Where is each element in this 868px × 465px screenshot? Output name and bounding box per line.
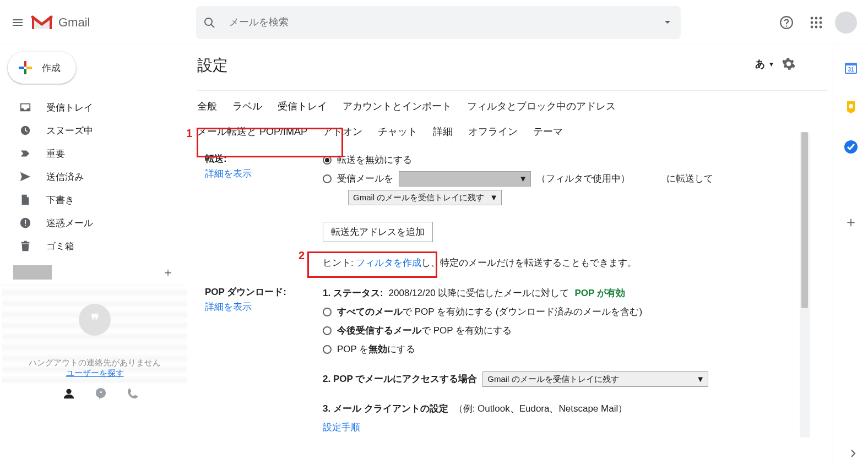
tab-inbox[interactable]: 受信トレイ bbox=[278, 100, 327, 113]
hangouts-empty-text: ハングアウトの連絡先がありません bbox=[29, 358, 161, 368]
annotation-label-1: 1 bbox=[187, 127, 192, 140]
forward-suffix-text: に転送して bbox=[666, 171, 713, 187]
forward-mid-text: （フィルタで使用中） bbox=[536, 171, 630, 187]
gear-icon bbox=[782, 57, 796, 71]
svg-point-7 bbox=[820, 21, 822, 24]
tab-accounts-import[interactable]: アカウントとインポート bbox=[343, 100, 452, 113]
plus-icon bbox=[18, 60, 33, 75]
draft-icon bbox=[19, 193, 32, 206]
svg-rect-13 bbox=[19, 67, 24, 69]
vertical-scrollbar[interactable] bbox=[800, 132, 810, 437]
radio-pop-disable[interactable] bbox=[323, 345, 332, 354]
settings-gear-button[interactable] bbox=[778, 53, 800, 75]
clock-icon bbox=[19, 124, 32, 137]
hangouts-user-placeholder bbox=[13, 265, 52, 280]
svg-rect-11 bbox=[24, 61, 26, 67]
keep-addon-button[interactable] bbox=[844, 100, 858, 114]
sent-icon bbox=[19, 170, 32, 183]
get-addons-button[interactable]: ＋ bbox=[844, 212, 858, 232]
svg-rect-14 bbox=[26, 67, 32, 69]
forwarding-detail-link[interactable]: 詳細を表示 bbox=[205, 167, 310, 180]
svg-point-9 bbox=[815, 25, 818, 28]
search-icon bbox=[203, 16, 216, 29]
pop-detail-link[interactable]: 詳細を表示 bbox=[205, 300, 310, 313]
pop-status-label: 1. ステータス: bbox=[323, 286, 383, 301]
tab-advanced[interactable]: 詳細 bbox=[433, 125, 453, 138]
svg-point-0 bbox=[205, 18, 212, 25]
inbox-icon bbox=[19, 101, 32, 114]
sidebar-item-label: 重要 bbox=[46, 147, 65, 160]
create-filter-link[interactable]: フィルタを作成 bbox=[356, 258, 421, 268]
hangouts-new-button[interactable]: ＋ bbox=[162, 264, 174, 281]
radio-pop-all[interactable] bbox=[323, 308, 332, 316]
hangouts-header: ＋ bbox=[2, 261, 187, 284]
gmail-logo-icon bbox=[31, 14, 53, 31]
radio-enable-forwarding[interactable] bbox=[323, 174, 332, 183]
account-avatar[interactable] bbox=[835, 12, 857, 34]
svg-text:31: 31 bbox=[848, 67, 854, 73]
tab-forwarding-pop-imap[interactable]: メール転送と POP/IMAP bbox=[197, 125, 307, 138]
sidebar-item-sent[interactable]: 送信済み bbox=[0, 165, 187, 188]
svg-point-4 bbox=[820, 17, 822, 19]
forward-address-select[interactable]: ▼ bbox=[399, 171, 531, 187]
app-name: Gmail bbox=[58, 15, 90, 30]
hangouts-find-user-link[interactable]: ユーザーを探す bbox=[66, 368, 124, 379]
sidebar-item-spam[interactable]: 迷惑メール bbox=[0, 211, 187, 234]
svg-point-25 bbox=[849, 104, 853, 108]
svg-point-6 bbox=[815, 21, 818, 24]
pop-status-text: 2008/12/20 以降に受信したメールに対して bbox=[389, 286, 569, 301]
search-input[interactable] bbox=[229, 17, 664, 28]
tasks-addon-button[interactable] bbox=[844, 140, 858, 154]
sidebar-item-snoozed[interactable]: スヌーズ中 bbox=[0, 119, 187, 142]
tab-general[interactable]: 全般 bbox=[197, 100, 217, 113]
forward-prefix-text: 受信メールを bbox=[337, 171, 393, 187]
forward-action-select[interactable]: Gmail のメールを受信トレイに残す▼ bbox=[348, 190, 502, 205]
pop-access-select[interactable]: Gmail のメールを受信トレイに残す▼ bbox=[482, 371, 708, 387]
search-bar[interactable] bbox=[196, 6, 681, 39]
calendar-addon-button[interactable]: 31 bbox=[844, 61, 858, 75]
pop-client-label: 3. メール クライアントの設定 bbox=[323, 401, 448, 417]
svg-point-3 bbox=[815, 17, 818, 19]
sidebar-item-trash[interactable]: ゴミ箱 bbox=[0, 234, 187, 258]
radio-pop-future[interactable] bbox=[323, 326, 332, 335]
sidebar-item-inbox[interactable]: 受信トレイ bbox=[0, 96, 187, 119]
spam-icon bbox=[19, 216, 32, 229]
svg-point-8 bbox=[811, 25, 813, 28]
sidebar-item-drafts[interactable]: 下書き bbox=[0, 188, 187, 211]
tab-labels[interactable]: ラベル bbox=[232, 100, 262, 113]
tab-chat[interactable]: チャット bbox=[378, 125, 417, 138]
hangouts-chat-tab[interactable]: ❞ bbox=[95, 387, 107, 400]
forwarding-hint: ヒント: フィルタを作成し、特定のメールだけを転送することもできます。 bbox=[323, 256, 794, 269]
tab-offline[interactable]: オフライン bbox=[468, 125, 518, 138]
compose-button[interactable]: 作成 bbox=[8, 52, 76, 84]
input-language-indicator[interactable]: あ bbox=[755, 57, 765, 70]
svg-text:❞: ❞ bbox=[100, 391, 102, 396]
pop-access-label: 2. POP でメールにアクセスする場合 bbox=[323, 371, 477, 387]
hangouts-contacts-tab[interactable] bbox=[63, 387, 75, 400]
hamburger-icon bbox=[11, 16, 24, 29]
svg-rect-12 bbox=[24, 69, 26, 74]
forwarding-section-label: 転送: bbox=[205, 152, 310, 165]
pop-status-badge: POP が有効 bbox=[574, 286, 625, 301]
sidebar-item-label: 下書き bbox=[46, 194, 74, 206]
svg-rect-18 bbox=[25, 225, 26, 226]
radio-disable-forwarding[interactable] bbox=[323, 156, 332, 165]
hangouts-phone-tab[interactable] bbox=[127, 387, 139, 400]
hangouts-quote-icon: ❞ bbox=[79, 304, 111, 336]
tab-filters-blocked[interactable]: フィルタとブロック中のアドレス bbox=[467, 100, 616, 113]
add-forwarding-address-button[interactable]: 転送先アドレスを追加 bbox=[323, 222, 433, 242]
side-panel-toggle[interactable] bbox=[848, 448, 858, 458]
support-button[interactable] bbox=[775, 12, 798, 34]
tab-addons[interactable]: アドオン bbox=[323, 125, 362, 138]
svg-point-19 bbox=[66, 389, 71, 394]
pop-section-label: POP ダウンロード: bbox=[205, 286, 310, 298]
pop-setup-instructions-link[interactable]: 設定手順 bbox=[323, 420, 360, 435]
compose-label: 作成 bbox=[42, 62, 61, 74]
search-options-caret-icon[interactable] bbox=[664, 19, 671, 26]
main-menu-button[interactable] bbox=[7, 12, 29, 34]
sidebar-item-important[interactable]: 重要 bbox=[0, 142, 187, 165]
sidebar-item-label: 送信済み bbox=[46, 171, 84, 183]
tab-themes[interactable]: テーマ bbox=[533, 125, 563, 138]
google-apps-button[interactable] bbox=[805, 12, 827, 34]
help-icon bbox=[779, 15, 794, 30]
